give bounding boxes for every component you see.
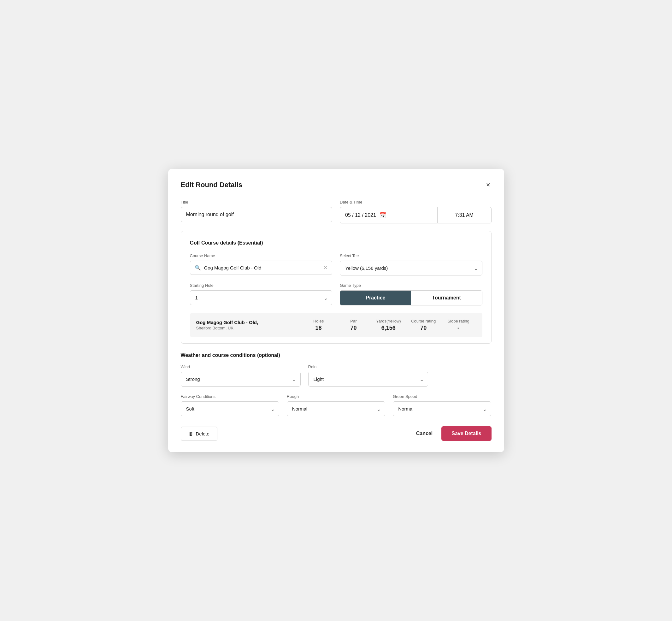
starting-hole-group: Starting Hole 1 2 3 10 ⌄ <box>190 283 333 305</box>
select-tee-group: Select Tee Yellow (6,156 yards) White Re… <box>340 253 482 276</box>
fairway-label: Fairway Conditions <box>181 394 279 399</box>
time-value: 7:31 AM <box>455 212 473 218</box>
golf-course-section-title: Golf Course details (Essential) <box>190 240 482 246</box>
select-tee-wrap: Yellow (6,156 yards) White Red Blue ⌄ <box>340 261 482 276</box>
wind-rain-row: Wind Calm Light Moderate Strong Very Str… <box>181 365 492 386</box>
datetime-group: Date & Time 05 / 12 / 2021 📅 7:31 AM <box>340 200 492 223</box>
modal-title: Edit Round Details <box>181 181 243 189</box>
weather-section-title: Weather and course conditions (optional) <box>181 353 492 358</box>
holes-value: 18 <box>301 325 336 331</box>
holes-label: Holes <box>301 319 336 323</box>
rough-label: Rough <box>287 394 385 399</box>
title-input[interactable] <box>181 207 333 222</box>
title-group: Title <box>181 200 333 223</box>
tournament-button[interactable]: Tournament <box>411 291 482 305</box>
title-datetime-row: Title Date & Time 05 / 12 / 2021 📅 7:31 … <box>181 200 492 223</box>
slope-rating-stat: Slope rating - <box>441 319 476 331</box>
slope-rating-label: Slope rating <box>441 319 476 323</box>
practice-button[interactable]: Practice <box>340 291 411 305</box>
course-name-display: Gog Magog Golf Club - Old, <box>196 320 301 325</box>
rough-wrap: Short Normal Long ⌄ <box>287 401 385 416</box>
course-name-input[interactable] <box>204 265 321 271</box>
starting-hole-wrap: 1 2 3 10 ⌄ <box>190 290 333 305</box>
yards-value: 6,156 <box>371 325 406 331</box>
hole-gametype-row: Starting Hole 1 2 3 10 ⌄ Game Type Pract… <box>190 283 482 305</box>
course-rating-value: 70 <box>406 325 441 331</box>
footer-right: Cancel Save Details <box>410 426 492 441</box>
course-name-group: Course Name 🔍 ✕ <box>190 253 333 276</box>
close-button[interactable]: × <box>485 180 492 190</box>
starting-hole-dropdown[interactable]: 1 2 3 10 <box>190 290 333 305</box>
green-speed-dropdown[interactable]: Slow Normal Fast Very Fast <box>393 401 491 416</box>
par-value: 70 <box>336 325 371 331</box>
rain-dropdown[interactable]: None Light Moderate Heavy <box>308 372 428 386</box>
rain-wrap: None Light Moderate Heavy ⌄ <box>308 372 428 386</box>
select-tee-dropdown[interactable]: Yellow (6,156 yards) White Red Blue <box>340 261 482 276</box>
delete-label: Delete <box>196 431 209 437</box>
trash-icon: 🗑 <box>189 431 194 437</box>
time-field[interactable]: 7:31 AM <box>437 207 492 223</box>
wind-group: Wind Calm Light Moderate Strong Very Str… <box>181 365 301 386</box>
wind-dropdown[interactable]: Calm Light Moderate Strong Very Strong <box>181 372 301 386</box>
green-speed-label: Green Speed <box>393 394 491 399</box>
course-tee-row: Course Name 🔍 ✕ Select Tee Yellow (6,156… <box>190 253 482 276</box>
fairway-wrap: Dry Normal Soft Wet ⌄ <box>181 401 279 416</box>
game-type-label: Game Type <box>340 283 482 288</box>
green-speed-wrap: Slow Normal Fast Very Fast ⌄ <box>393 401 491 416</box>
fairway-dropdown[interactable]: Dry Normal Soft Wet <box>181 401 279 416</box>
holes-stat: Holes 18 <box>301 319 336 331</box>
modal-header: Edit Round Details × <box>181 180 492 190</box>
course-name-search-wrap: 🔍 ✕ <box>190 261 333 275</box>
datetime-label: Date & Time <box>340 200 492 204</box>
slope-rating-value: - <box>441 325 476 331</box>
weather-section: Weather and course conditions (optional)… <box>181 353 492 416</box>
starting-hole-label: Starting Hole <box>190 283 333 288</box>
date-field[interactable]: 05 / 12 / 2021 📅 <box>340 207 437 223</box>
course-info-box: Gog Magog Golf Club - Old, Shelford Bott… <box>190 313 482 337</box>
fairway-group: Fairway Conditions Dry Normal Soft Wet ⌄ <box>181 394 279 416</box>
green-speed-group: Green Speed Slow Normal Fast Very Fast ⌄ <box>393 394 491 416</box>
game-type-group: Game Type Practice Tournament <box>340 283 482 305</box>
course-rating-stat: Course rating 70 <box>406 319 441 331</box>
date-value: 05 / 12 / 2021 <box>345 212 376 218</box>
par-stat: Par 70 <box>336 319 371 331</box>
rough-group: Rough Short Normal Long ⌄ <box>287 394 385 416</box>
wind-wrap: Calm Light Moderate Strong Very Strong ⌄ <box>181 372 301 386</box>
clear-icon[interactable]: ✕ <box>323 265 328 271</box>
title-label: Title <box>181 200 333 204</box>
golf-course-section: Golf Course details (Essential) Course N… <box>181 231 492 344</box>
conditions-row: Fairway Conditions Dry Normal Soft Wet ⌄… <box>181 394 492 416</box>
search-icon: 🔍 <box>195 265 201 271</box>
rain-label: Rain <box>308 365 428 369</box>
date-time-fields: 05 / 12 / 2021 📅 7:31 AM <box>340 207 492 223</box>
footer-row: 🗑 Delete Cancel Save Details <box>181 426 492 441</box>
select-tee-label: Select Tee <box>340 253 482 258</box>
par-label: Par <box>336 319 371 323</box>
yards-label: Yards(Yellow) <box>371 319 406 323</box>
course-name-label: Course Name <box>190 253 333 258</box>
calendar-icon: 📅 <box>379 212 386 219</box>
course-info-name: Gog Magog Golf Club - Old, Shelford Bott… <box>196 320 301 330</box>
game-type-toggle: Practice Tournament <box>340 290 482 305</box>
cancel-button[interactable]: Cancel <box>410 427 439 441</box>
yards-stat: Yards(Yellow) 6,156 <box>371 319 406 331</box>
course-location-display: Shelford Bottom, UK <box>196 326 301 330</box>
edit-round-modal: Edit Round Details × Title Date & Time 0… <box>168 169 504 452</box>
wind-label: Wind <box>181 365 301 369</box>
course-rating-label: Course rating <box>406 319 441 323</box>
delete-button[interactable]: 🗑 Delete <box>181 427 217 441</box>
rough-dropdown[interactable]: Short Normal Long <box>287 401 385 416</box>
save-button[interactable]: Save Details <box>442 426 491 441</box>
rain-group: Rain None Light Moderate Heavy ⌄ <box>308 365 428 386</box>
